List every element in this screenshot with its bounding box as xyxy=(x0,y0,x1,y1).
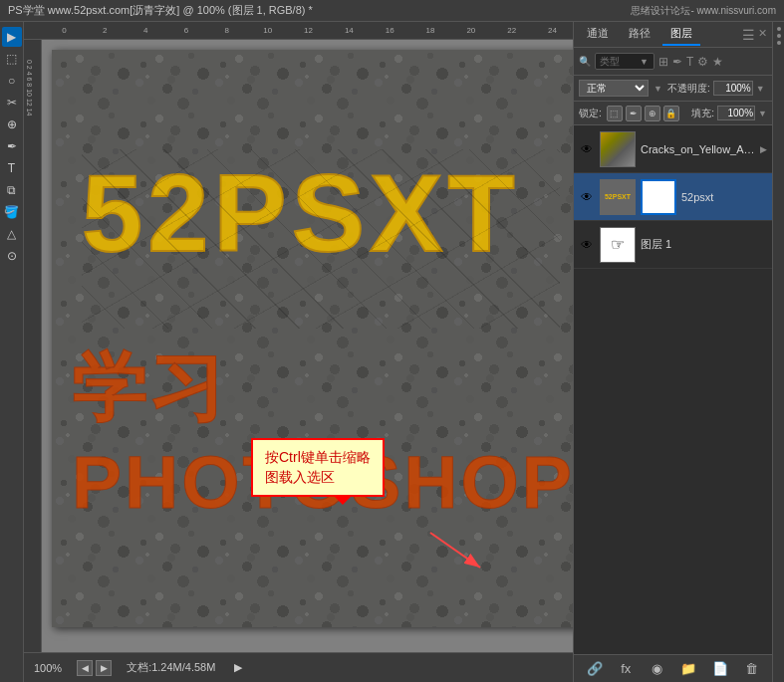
layer-footer: 🔗 fx ◉ 📁 📄 🗑 xyxy=(574,654,772,682)
ruler-mark-8: 8 xyxy=(206,26,247,35)
layer-eye-52psxt[interactable]: 👁 xyxy=(579,189,595,205)
collapse-dot-2 xyxy=(777,34,781,38)
tool-text[interactable]: T xyxy=(2,158,22,178)
ruler-mark-0: 0 xyxy=(44,26,85,35)
fill-label: 填充: xyxy=(691,107,714,120)
layer-item-cracks[interactable]: 👁 Cracks_on_Yellow_As... ▶ xyxy=(574,125,772,173)
layer-search[interactable]: ▼ xyxy=(595,53,654,70)
layer-mask-52psxt xyxy=(641,179,676,215)
layer-name-cracks: Cracks_on_Yellow_As... xyxy=(641,143,755,155)
layer-icon-1[interactable]: ⊞ xyxy=(658,55,668,69)
main-layout: ▶ ⬚ ○ ✂ ⊕ ✒ T ⧉ 🪣 △ ⊙ 0 2 4 6 8 10 12 14… xyxy=(0,22,784,682)
footer-link-button[interactable]: 🔗 xyxy=(585,659,605,679)
eye-icon-cracks: 👁 xyxy=(581,142,593,156)
tab-layers[interactable]: 图层 xyxy=(662,23,700,46)
fill-input[interactable] xyxy=(717,106,755,120)
layer-thumb-52psxt: 52PSXT xyxy=(600,179,636,215)
layer-thumb-layer1: ☞ xyxy=(600,227,636,263)
tool-fill[interactable]: 🪣 xyxy=(2,202,22,222)
left-toolbar: ▶ ⬚ ○ ✂ ⊕ ✒ T ⧉ 🪣 △ ⊙ xyxy=(0,22,24,682)
annotation-line1: 按Ctrl键单击缩略 xyxy=(265,448,371,468)
opacity-control: 不透明度: ▼ xyxy=(667,81,765,96)
ruler-mark-22: 22 xyxy=(491,26,532,35)
opacity-dropdown-icon[interactable]: ▼ xyxy=(756,84,765,94)
tool-zoom[interactable]: ⊙ xyxy=(2,246,22,266)
lock-transparent-button[interactable]: ⬚ xyxy=(607,106,623,121)
ruler-mark-4: 4 xyxy=(126,26,166,35)
layer-item-layer1[interactable]: 👁 ☞ 图层 1 xyxy=(574,221,772,269)
annotation-arrow xyxy=(410,528,490,581)
layer-icon-2[interactable]: ✒ xyxy=(672,55,682,69)
tab-paths[interactable]: 路径 xyxy=(621,23,658,46)
svg-line-1 xyxy=(430,533,480,568)
ruler-mark-24: 24 xyxy=(532,26,573,35)
canvas-wrapper[interactable]: 52PSXT 学习PHOTOSHOP 按Ctrl键单击缩略 图载入选区 xyxy=(42,40,573,652)
fill-dropdown-icon[interactable]: ▼ xyxy=(758,109,767,118)
footer-group-button[interactable]: 📁 xyxy=(678,659,698,679)
opacity-label: 不透明度: xyxy=(667,82,710,96)
canvas-text-content: 52PSXT xyxy=(82,151,520,274)
panel-tabs: 通道 路径 图层 ☰ ✕ xyxy=(574,22,772,48)
opacity-input[interactable] xyxy=(713,81,753,96)
blend-mode-select[interactable]: 正常 xyxy=(579,80,649,97)
lock-paint-button[interactable]: ✒ xyxy=(626,106,642,121)
layer-icon-5[interactable]: ★ xyxy=(712,55,723,69)
panel-tab-controls: ☰ ✕ xyxy=(742,27,767,43)
blend-mode-row: 正常 ▼ 不透明度: ▼ xyxy=(574,76,772,102)
panel-close-icon[interactable]: ✕ xyxy=(758,27,767,43)
image-canvas: 52PSXT 学习PHOTOSHOP 按Ctrl键单击缩略 图载入选区 xyxy=(52,50,573,627)
right-collapse-panel[interactable] xyxy=(772,22,784,682)
tool-shape[interactable]: ⧉ xyxy=(2,180,22,200)
canvas-area: 0 2 4 6 8 10 12 14 16 18 20 22 24 0 2 4 … xyxy=(24,22,573,682)
tool-lasso[interactable]: ○ xyxy=(2,71,22,91)
tab-channels[interactable]: 通道 xyxy=(579,23,617,46)
layer-thumb-preview-cracks xyxy=(601,132,635,166)
tool-eyedropper[interactable]: ⊕ xyxy=(2,114,22,134)
ruler-mark-20: 20 xyxy=(450,26,491,35)
tool-marquee[interactable]: ⬚ xyxy=(2,49,22,69)
ruler-numbers-horizontal: 0 2 4 6 8 10 12 14 16 18 20 22 24 xyxy=(42,26,573,35)
ruler-mark-16: 16 xyxy=(370,26,410,35)
lock-move-button[interactable]: ⊕ xyxy=(645,106,660,121)
panel-menu-icon[interactable]: ☰ xyxy=(742,27,755,43)
status-bar: 100% ◀ ▶ 文档:1.24M/4.58M ▶ xyxy=(24,652,573,682)
layers-list: 👁 Cracks_on_Yellow_As... ▶ 👁 52PSXT 52ps xyxy=(574,125,772,654)
lock-row: 锁定: ⬚ ✒ ⊕ 🔒 填充: ▼ xyxy=(574,102,772,125)
next-page-button[interactable]: ▶ xyxy=(96,660,112,676)
cursor-hand-icon: ☞ xyxy=(611,235,625,254)
zoom-level: 100% xyxy=(34,662,62,674)
layer-name-52psxt: 52psxt xyxy=(681,191,767,203)
layer-item-52psxt[interactable]: 👁 52PSXT 52psxt xyxy=(574,173,772,221)
lock-icons-group: ⬚ ✒ ⊕ 🔒 xyxy=(607,106,679,121)
lock-all-button[interactable]: 🔒 xyxy=(663,106,679,121)
fill-control: 填充: ▼ xyxy=(691,106,767,120)
search-icon: 🔍 xyxy=(579,56,591,67)
collapse-dot-1 xyxy=(777,27,781,31)
footer-new-button[interactable]: 📄 xyxy=(710,659,730,679)
app-title: PS学堂 www.52psxt.com[沥青字效] @ 100% (图层 1, … xyxy=(8,3,313,18)
tool-brush[interactable]: ✒ xyxy=(2,136,22,156)
tool-crop[interactable]: ✂ xyxy=(2,93,22,113)
prev-page-button[interactable]: ◀ xyxy=(77,660,93,676)
status-arrow-button[interactable]: ▶ xyxy=(230,660,246,676)
footer-fx-button[interactable]: fx xyxy=(616,659,636,679)
main-canvas-text: 52PSXT xyxy=(82,149,520,276)
watermark: 思绪设计论坛- www.nissvuri.com xyxy=(631,4,776,18)
layer-eye-cracks[interactable]: 👁 xyxy=(579,141,595,157)
ruler-mark-6: 6 xyxy=(166,26,207,35)
annotation-box: 按Ctrl键单击缩略 图载入选区 xyxy=(251,438,385,497)
layer-eye-layer1[interactable]: 👁 xyxy=(579,237,595,253)
layer-icon-4[interactable]: ⚙ xyxy=(697,55,708,69)
search-dropdown-icon[interactable]: ▼ xyxy=(640,57,649,67)
layer-icon-3[interactable]: T xyxy=(686,55,693,69)
panel-toolbar: 🔍 ▼ ⊞ ✒ T ⚙ ★ xyxy=(574,48,772,76)
tool-move[interactable]: ▶ xyxy=(2,27,22,47)
collapse-dot-3 xyxy=(777,41,781,45)
nav-controls: ◀ ▶ xyxy=(77,660,112,676)
ruler-top: 0 2 4 6 8 10 12 14 16 18 20 22 24 xyxy=(24,22,573,40)
footer-mask-button[interactable]: ◉ xyxy=(648,659,667,679)
footer-delete-button[interactable]: 🗑 xyxy=(741,659,761,679)
layer-search-input[interactable] xyxy=(600,56,640,67)
tool-gradient[interactable]: △ xyxy=(2,224,22,244)
ruler-mark-12: 12 xyxy=(288,26,329,35)
